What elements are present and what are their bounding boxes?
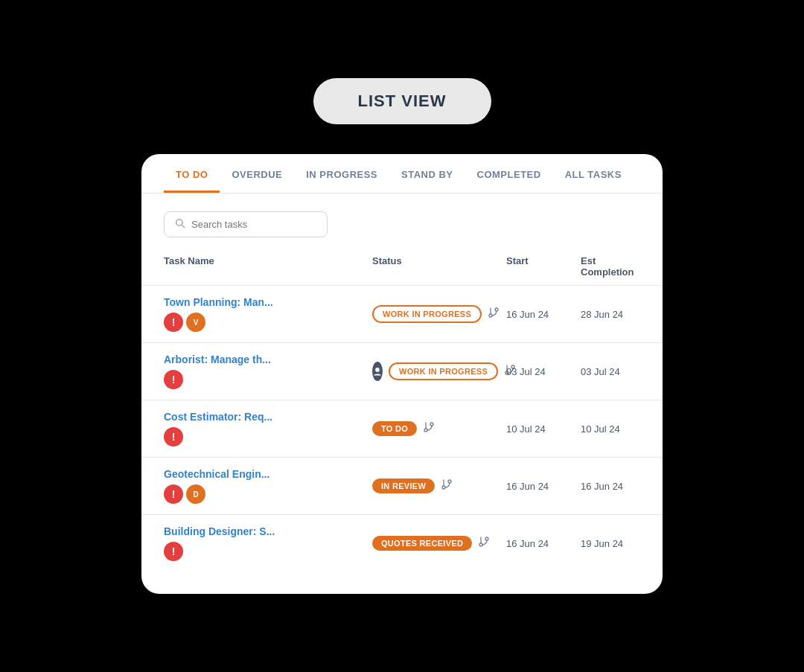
task-name-col: Building Designer: S...! <box>164 525 372 561</box>
col-start: Start <box>506 255 581 278</box>
task-title[interactable]: Geotechnical Engin... <box>164 468 372 480</box>
task-row[interactable]: Building Designer: S...!QUOTES RECEIVED … <box>141 515 663 572</box>
avatar-d: D <box>186 484 205 504</box>
status-col: WORK IN PROGRESS <box>372 362 506 381</box>
status-badge: WORK IN PROGRESS <box>389 362 498 380</box>
start-date: 16 Jun 24 <box>506 309 581 320</box>
task-name-col: Arborist: Manage th...! <box>164 353 372 389</box>
tab-overdue[interactable]: OVERDUE <box>220 154 294 193</box>
alert-icon: ! <box>164 427 183 447</box>
person-icon <box>372 362 383 381</box>
status-badge: IN REVIEW <box>372 479 435 493</box>
table-header: Task Name Status Start EstCompletion <box>141 243 663 286</box>
main-card: TO DO OVERDUE IN PROGRESS STAND BY COMPL… <box>141 154 663 594</box>
status-col: TO DO <box>372 421 506 436</box>
col-status: Status <box>372 255 506 278</box>
task-list: Town Planning: Man...!VWORK IN PROGRESS … <box>141 286 663 572</box>
search-area <box>141 193 663 243</box>
branch-icon <box>488 307 500 321</box>
status-col: IN REVIEW <box>372 479 506 493</box>
task-avatars: ! <box>164 427 372 447</box>
task-title[interactable]: Town Planning: Man... <box>164 296 372 308</box>
page-wrapper: LIST VIEW TO DO OVERDUE IN PROGRESS STAN… <box>0 48 804 624</box>
alert-icon: ! <box>164 542 183 561</box>
completion-date: 16 Jun 24 <box>581 481 663 492</box>
task-avatars: !D <box>164 484 372 504</box>
task-row[interactable]: Town Planning: Man...!VWORK IN PROGRESS … <box>141 286 663 343</box>
status-col: WORK IN PROGRESS <box>372 305 506 323</box>
search-icon <box>175 218 185 231</box>
svg-point-5 <box>375 368 380 372</box>
list-view-title: LIST VIEW <box>313 78 491 124</box>
task-title[interactable]: Building Designer: S... <box>164 525 372 537</box>
status-col: QUOTES RECEIVED <box>372 536 506 551</box>
tab-completed[interactable]: COMPLETED <box>465 154 553 193</box>
task-avatars: ! <box>164 542 372 561</box>
completion-date: 03 Jul 24 <box>581 366 663 377</box>
task-row[interactable]: Cost Estimator: Req...!TO DO 10 Jul 2410… <box>141 400 663 458</box>
avatar-v: V <box>186 313 205 332</box>
tab-inprogress[interactable]: IN PROGRESS <box>294 154 389 193</box>
alert-icon: ! <box>164 484 183 504</box>
task-name-col: Geotechnical Engin...!D <box>164 468 372 504</box>
start-date: 10 Jul 24 <box>506 423 581 435</box>
task-title[interactable]: Arborist: Manage th... <box>164 353 372 365</box>
task-title[interactable]: Cost Estimator: Req... <box>164 411 372 423</box>
col-completion: EstCompletion <box>581 255 663 278</box>
tab-alltasks[interactable]: ALL TASKS <box>553 154 634 193</box>
status-badge: TO DO <box>372 421 417 436</box>
completion-date: 10 Jul 24 <box>581 423 663 435</box>
tab-todo[interactable]: TO DO <box>164 154 220 193</box>
task-avatars: !V <box>164 313 372 332</box>
branch-icon <box>423 421 435 436</box>
search-box[interactable] <box>164 211 328 237</box>
branch-icon <box>478 536 490 551</box>
completion-date: 28 Jun 24 <box>581 309 663 320</box>
completion-date: 19 Jun 24 <box>581 538 663 549</box>
status-badge: QUOTES RECEIVED <box>372 536 472 551</box>
search-input[interactable] <box>191 219 316 230</box>
start-date: 16 Jun 24 <box>506 538 581 549</box>
task-row[interactable]: Geotechnical Engin...!DIN REVIEW 16 Jun … <box>141 458 663 515</box>
alert-icon: ! <box>164 313 183 332</box>
task-row[interactable]: Arborist: Manage th...!WORK IN PROGRESS … <box>141 343 663 400</box>
alert-icon: ! <box>164 370 183 389</box>
task-name-col: Town Planning: Man...!V <box>164 296 372 332</box>
branch-icon <box>441 479 453 493</box>
col-task-name: Task Name <box>164 255 372 278</box>
task-name-col: Cost Estimator: Req...! <box>164 411 372 447</box>
status-badge: WORK IN PROGRESS <box>372 305 482 323</box>
start-date: 03 Jul 24 <box>506 366 581 377</box>
svg-point-0 <box>176 220 182 225</box>
svg-line-1 <box>182 225 185 228</box>
tab-bar: TO DO OVERDUE IN PROGRESS STAND BY COMPL… <box>141 154 663 193</box>
task-avatars: ! <box>164 370 372 389</box>
start-date: 16 Jun 24 <box>506 481 581 492</box>
tab-standby[interactable]: STAND BY <box>389 154 465 193</box>
